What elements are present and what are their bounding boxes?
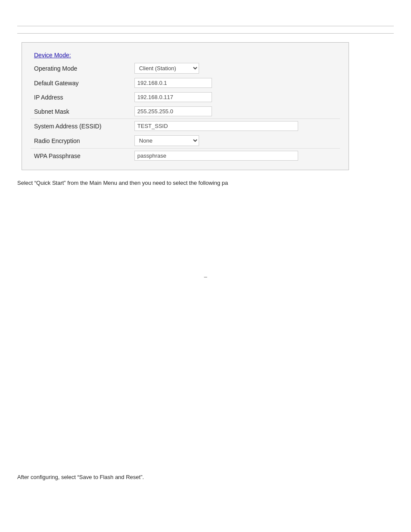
essid-input[interactable] (134, 121, 298, 131)
operating-mode-label: Operating Mode (31, 61, 131, 76)
ip-address-row: IP Address (31, 90, 340, 104)
page-container: Device Mode: Operating Mode Client (Stat… (0, 26, 411, 532)
wpa-passphrase-label: WPA Passphrase (31, 149, 131, 163)
default-gateway-row: Default Gateway (31, 76, 340, 90)
operating-mode-row: Operating Mode Client (Station) Access P… (31, 61, 340, 76)
ip-address-label: IP Address (31, 90, 131, 104)
device-mode-row: Device Mode: (31, 50, 340, 61)
radio-encryption-label: Radio Encryption (31, 133, 131, 149)
device-mode-link[interactable]: Device Mode: (34, 52, 71, 59)
subnet-mask-label: Subnet Mask (31, 104, 131, 119)
body-text: Select “Quick Start” from the Main Menu … (17, 179, 394, 187)
ip-address-input[interactable] (134, 92, 212, 102)
config-box: Device Mode: Operating Mode Client (Stat… (22, 42, 349, 170)
config-table: Device Mode: Operating Mode Client (Stat… (31, 50, 340, 163)
operating-mode-select[interactable]: Client (Station) Access Point Bridge (134, 63, 199, 74)
subnet-mask-input[interactable] (134, 106, 212, 116)
dash-mark: – (195, 274, 216, 280)
default-gateway-input[interactable] (134, 78, 212, 88)
wpa-passphrase-input[interactable] (134, 151, 298, 161)
default-gateway-label: Default Gateway (31, 76, 131, 90)
radio-encryption-row: Radio Encryption None WEP WPA WPA2 (31, 133, 340, 149)
subnet-mask-row: Subnet Mask (31, 104, 340, 119)
top-rule (17, 26, 394, 26)
essid-label: System Address (ESSID) (31, 119, 131, 134)
section-rule (17, 33, 394, 34)
bottom-text: After configuring, select “Save to Flash… (17, 474, 144, 480)
radio-encryption-select[interactable]: None WEP WPA WPA2 (134, 135, 199, 146)
essid-row: System Address (ESSID) (31, 119, 340, 134)
wpa-passphrase-row: WPA Passphrase (31, 149, 340, 163)
